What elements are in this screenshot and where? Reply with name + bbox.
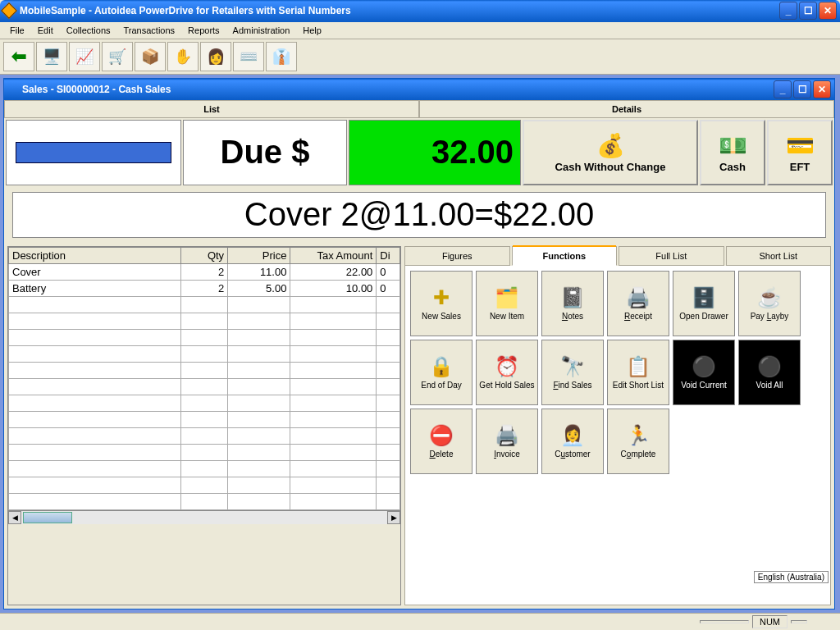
tool-pos-icon[interactable]: 🖥️	[36, 42, 67, 71]
col-price[interactable]: Price	[228, 247, 290, 263]
col-tax[interactable]: Tax Amount	[290, 247, 377, 263]
table-row[interactable]	[9, 493, 400, 509]
table-row[interactable]: Battery25.0010.000	[9, 280, 400, 296]
table-row[interactable]	[9, 477, 400, 493]
new-sales-button[interactable]: ✚New Sales	[410, 271, 472, 336]
void-current-button[interactable]: ⚫Void Current	[673, 340, 735, 405]
menu-collections[interactable]: Collections	[60, 24, 117, 37]
statusbar: NUM	[0, 613, 840, 630]
drawer-icon: 🗄️	[692, 286, 716, 309]
menu-administration[interactable]: Administration	[226, 24, 297, 37]
locale-indicator: English (Australia)	[754, 571, 829, 583]
table-row[interactable]	[9, 345, 400, 362]
tab-details[interactable]: Details	[419, 100, 834, 118]
menubar: File Edit Collections Transactions Repor…	[0, 22, 840, 39]
tab-full-list[interactable]: Full List	[619, 246, 724, 266]
cash-button[interactable]: 💵Cash	[700, 120, 765, 185]
get-hold-sales-button[interactable]: ⏰Get Hold Sales	[476, 340, 538, 405]
clipboard-icon: 📋	[626, 355, 651, 378]
sales-title: Sales - SI00000012 - Cash Sales	[22, 84, 774, 95]
status-num: NUM	[752, 615, 788, 628]
col-di[interactable]: Di	[377, 247, 400, 263]
plus-icon: ✚	[433, 286, 450, 309]
sales-maximize-button[interactable]: ☐	[793, 80, 811, 98]
maximize-button[interactable]: ☐	[799, 2, 817, 20]
cash-icon: 💵	[719, 132, 747, 159]
customer-icon: 👩‍💼	[560, 424, 585, 447]
tool-keyboard-icon[interactable]: ⌨️	[233, 42, 264, 71]
find-sales-button[interactable]: 🔭Find Sales	[541, 340, 604, 405]
table-row[interactable]	[9, 395, 400, 411]
table-row[interactable]	[9, 296, 400, 313]
col-description[interactable]: Description	[9, 247, 181, 263]
table-row[interactable]	[9, 313, 400, 329]
minimize-button[interactable]: _	[779, 2, 797, 20]
sales-minimize-button[interactable]: _	[774, 80, 792, 98]
progress-box	[6, 120, 181, 185]
customer-button[interactable]: 👩‍💼Customer	[541, 409, 604, 474]
invoice-printer-icon: 🖨️	[495, 424, 519, 447]
eft-label: EFT	[790, 161, 810, 173]
tab-functions[interactable]: Functions	[512, 246, 618, 266]
delete-button[interactable]: ⛔Delete	[410, 409, 472, 474]
menu-reports[interactable]: Reports	[181, 24, 226, 37]
invoice-button[interactable]: 🖨️Invoice	[476, 409, 538, 474]
tab-list[interactable]: List	[4, 100, 419, 118]
tool-person-icon[interactable]: 👩	[200, 42, 231, 71]
tool-hand-icon[interactable]: ✋	[167, 42, 199, 71]
scroll-left-icon[interactable]: ◀	[8, 511, 21, 524]
tool-trolley-icon[interactable]: 🛒	[102, 42, 133, 71]
receipt-button[interactable]: 🖨️Receipt	[607, 271, 669, 336]
app-titlebar: MobileSample - Autoidea PowerDrive for R…	[0, 0, 840, 22]
cash-label: Cash	[719, 161, 746, 173]
tab-short-list[interactable]: Short List	[726, 246, 832, 266]
tool-staff-icon[interactable]: 👔	[266, 42, 297, 71]
table-row[interactable]	[9, 427, 400, 444]
open-drawer-button[interactable]: 🗄️Open Drawer	[673, 271, 735, 336]
menu-edit[interactable]: Edit	[31, 24, 60, 37]
toolbar: ⬅ 🖥️ 📈 🛒 📦 ✋ 👩 ⌨️ 👔	[0, 39, 840, 75]
table-row[interactable]	[9, 378, 400, 395]
pay-layby-button[interactable]: ☕Pay Layby	[738, 271, 801, 336]
menu-file[interactable]: File	[3, 24, 31, 37]
horizontal-scrollbar[interactable]: ◀ ▶	[8, 510, 400, 525]
sales-icon	[7, 84, 17, 94]
col-qty[interactable]: Qty	[180, 247, 227, 263]
due-amount: 32.00	[349, 120, 521, 185]
tool-packages-icon[interactable]: 📦	[135, 42, 166, 71]
eft-button[interactable]: 💳EFT	[767, 120, 833, 185]
sales-titlebar: Sales - SI00000012 - Cash Sales _ ☐ ✕	[4, 79, 834, 100]
table-row[interactable]	[9, 362, 400, 378]
back-button[interactable]: ⬅	[3, 42, 34, 71]
cup-icon: ☕	[757, 286, 782, 309]
table-row[interactable]	[9, 460, 400, 477]
due-label: Due $	[183, 120, 347, 185]
scroll-right-icon[interactable]: ▶	[387, 511, 400, 524]
new-item-icon: 🗂️	[495, 286, 519, 309]
new-item-button[interactable]: 🗂️New Item	[476, 271, 538, 336]
tab-figures[interactable]: Figures	[404, 246, 510, 266]
table-row[interactable]	[9, 411, 400, 427]
cash-without-change-button[interactable]: 💰Cash Without Change	[523, 120, 698, 185]
edit-short-list-button[interactable]: 📋Edit Short List	[607, 340, 669, 405]
complete-button[interactable]: 🏃Complete	[607, 409, 669, 474]
sales-window: Sales - SI00000012 - Cash Sales _ ☐ ✕ Li…	[3, 78, 835, 609]
moneybag-icon: 💰	[596, 132, 625, 159]
sales-close-button[interactable]: ✕	[813, 80, 831, 98]
menu-transactions[interactable]: Transactions	[117, 24, 182, 37]
close-button[interactable]: ✕	[819, 2, 837, 20]
notes-button[interactable]: 📓Notes	[541, 271, 604, 336]
void-all-button[interactable]: ⚫Void All	[738, 340, 801, 405]
end-of-day-button[interactable]: 🔒End of Day	[410, 340, 472, 405]
void-icon: ⚫	[692, 355, 716, 378]
scroll-thumb[interactable]	[23, 512, 72, 523]
items-grid: Description Qty Price Tax Amount Di Cove…	[7, 246, 401, 605]
current-line-display: Cover 2@11.00=$22.00	[12, 192, 826, 238]
table-row[interactable]: Cover211.0022.000	[9, 263, 400, 280]
table-row[interactable]	[9, 444, 400, 460]
table-row[interactable]	[9, 329, 400, 345]
tool-chart-icon[interactable]: 📈	[69, 42, 100, 71]
menu-help[interactable]: Help	[296, 24, 328, 37]
progress-bar	[16, 142, 171, 163]
lock-icon: 🔒	[429, 355, 454, 378]
